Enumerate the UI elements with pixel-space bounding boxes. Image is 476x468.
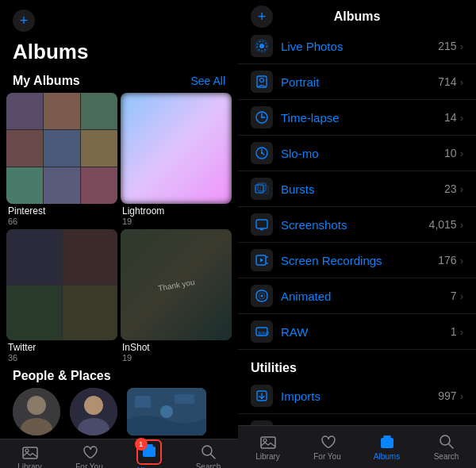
list-item-bursts[interactable]: Bursts 23 › [238, 171, 476, 207]
nav-label-for-you: For You [75, 462, 102, 468]
avatar-svg-2 [70, 388, 117, 435]
svg-rect-60 [381, 438, 393, 448]
raw-chevron: › [460, 326, 463, 338]
svg-rect-8 [135, 396, 151, 408]
avatar-circle-2 [70, 388, 117, 435]
svg-point-24 [261, 117, 263, 118]
list-item-timelapse[interactable]: Time-lapse 14 › [238, 100, 476, 136]
right-search-icon [438, 433, 455, 451]
svg-rect-61 [383, 435, 391, 438]
list-item-slomo[interactable]: Slo-mo 10 › [238, 136, 476, 171]
svg-point-1 [27, 396, 46, 415]
raw-icon: RAW [251, 320, 273, 343]
portrait-count: 714 [438, 75, 456, 88]
live-photos-icon [251, 35, 273, 57]
screenshots-count: 4,015 [429, 218, 457, 231]
right-nav-label-for-you: For You [313, 452, 340, 461]
right-for-you-icon [319, 433, 336, 451]
people-row [13, 388, 225, 435]
right-nav-label-albums: Albums [374, 452, 400, 461]
left-title: Albums [0, 36, 238, 71]
mosaic-cell [6, 93, 43, 129]
live-photos-count: 215 [438, 40, 456, 52]
album-thumb-inshot: Thank you [121, 229, 232, 340]
left-panel: + Albums My Albums See All Pi [0, 0, 238, 468]
right-add-button[interactable]: + [251, 6, 273, 28]
twitter-cell [6, 229, 62, 285]
portrait-chevron: › [460, 76, 463, 88]
twitter-cell [63, 229, 118, 285]
list-item-portrait[interactable]: Portrait 714 › [238, 64, 476, 100]
list-item-screenshots[interactable]: Screenshots 4,015 › [238, 207, 476, 243]
album-item-inshot[interactable]: Thank you InShot 19 [121, 229, 232, 363]
nav-item-library[interactable]: Library [0, 443, 60, 468]
list-item-duplicates[interactable]: Duplicates 104 › [238, 414, 476, 425]
album-count-twitter: 36 [6, 353, 117, 363]
animated-chevron: › [460, 290, 463, 302]
avatar-circle-1 [13, 388, 60, 435]
imports-icon [251, 385, 273, 407]
animated-icon [251, 285, 273, 307]
person-avatar-2[interactable] [70, 388, 121, 435]
mosaic-cell [81, 130, 117, 167]
inshot-thumb: Thank you [121, 229, 232, 340]
svg-point-31 [261, 152, 263, 154]
right-nav-albums[interactable]: Albums [357, 433, 416, 461]
portrait-name: Portrait [281, 75, 438, 89]
albums-badge: 1 [135, 438, 148, 451]
imports-name: Imports [281, 389, 438, 403]
nav-item-albums[interactable]: 1 Albums [119, 439, 178, 468]
right-panel-title: Albums [334, 10, 381, 24]
list-item-raw[interactable]: RAW RAW 1 › [238, 314, 476, 350]
screen-recordings-name: Screen Recordings [281, 254, 438, 267]
person-avatar-1[interactable] [13, 388, 63, 435]
for-you-icon [81, 443, 98, 461]
see-all-button[interactable]: See All [190, 75, 225, 87]
svg-line-26 [266, 114, 267, 115]
album-name-twitter: Twitter [6, 342, 117, 353]
list-item-animated[interactable]: Animated 7 › [238, 278, 476, 314]
right-library-icon [259, 433, 277, 451]
album-item-pinterest[interactable]: Pinterest 66 [6, 93, 117, 226]
album-count-inshot: 19 [121, 353, 232, 363]
nav-item-search[interactable]: Search [178, 443, 238, 468]
album-count-lightroom: 19 [121, 217, 232, 226]
mosaic-cell [81, 93, 117, 129]
svg-rect-36 [256, 220, 267, 228]
list-item-screen-recordings[interactable]: Screen Recordings 176 › [238, 243, 476, 278]
slomo-icon [251, 142, 273, 164]
svg-marker-40 [260, 259, 263, 263]
album-name-inshot: InShot [121, 342, 232, 353]
right-nav-for-you[interactable]: For You [298, 433, 357, 461]
map-thumbnail[interactable] [127, 388, 206, 435]
timelapse-chevron: › [460, 112, 463, 124]
portrait-icon [251, 71, 273, 93]
left-bottom-nav: Library For You 1 Albums [0, 439, 238, 468]
nav-item-for-you[interactable]: For You [60, 443, 119, 468]
svg-line-15 [210, 455, 215, 459]
live-photos-name: Live Photos [281, 40, 438, 53]
bursts-chevron: › [460, 183, 463, 195]
mosaic-cell [44, 93, 80, 129]
mosaic-cell [81, 167, 117, 204]
left-add-button[interactable]: + [13, 10, 35, 32]
slomo-name: Slo-mo [281, 147, 444, 160]
twitter-cell [6, 286, 62, 341]
mosaic-cell [6, 130, 43, 167]
people-places-label: People & Places [13, 369, 225, 383]
nav-albums-wrapper: 1 [136, 439, 162, 465]
album-item-lightroom[interactable]: Lightroom 19 [121, 93, 232, 226]
search-icon [200, 443, 217, 461]
list-item-live-photos[interactable]: Live Photos 215 › [238, 29, 476, 64]
album-item-twitter[interactable]: Twitter 36 [6, 229, 117, 363]
people-places-section: People & Places [0, 363, 238, 439]
mosaic-cell [6, 167, 43, 204]
right-nav-search[interactable]: Search [416, 433, 476, 461]
list-item-imports[interactable]: Imports 997 › [238, 378, 476, 414]
blur-thumb-lightroom [121, 93, 232, 204]
right-nav-library[interactable]: Library [238, 433, 298, 461]
bursts-count: 23 [444, 182, 457, 195]
right-bottom-nav: Library For You Albums Search [238, 425, 476, 468]
right-header: + Albums [238, 0, 476, 29]
mosaic-pinterest [6, 93, 117, 204]
